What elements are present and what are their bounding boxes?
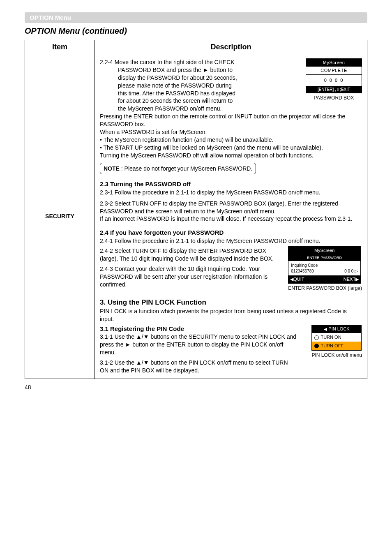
- p-312: 3.1-2 Use the ▲/▼ buttons on the PIN LOC…: [100, 359, 297, 374]
- page-number: 48: [25, 384, 367, 391]
- p-243: 2.4-3 Contact your dealer with the 10 di…: [100, 265, 281, 289]
- pin-title: PIN LOCK: [328, 326, 349, 331]
- th-item: Item: [25, 40, 95, 54]
- h-3: 3. Using the PIN LOCK Function: [100, 298, 362, 307]
- osd-title: MyScreen: [306, 59, 362, 67]
- password-box-figure: MyScreen COMPLETE 0 0 0 0 [ENTER] , 󰂨 ;E…: [306, 58, 362, 101]
- epw-next: NEXT▶: [344, 276, 359, 282]
- pin-on: TURN ON: [321, 335, 341, 340]
- p-241: 2.4-1 Follow the procedure in 2.1-1 to d…: [100, 237, 362, 245]
- osd-foot: [ENTER] , 󰂨 ;EXIT: [306, 86, 362, 93]
- osd-caption: PASSWORD BOX: [306, 95, 362, 101]
- section-title: OPTION Menu (continued): [25, 26, 367, 36]
- p-224-p4: Turning the MyScreen PASSWORD off will a…: [100, 152, 362, 159]
- p-232a: 2.3-2 Select TURN OFF to display the ENT…: [100, 200, 362, 215]
- epw-title: MyScreen: [288, 247, 360, 254]
- epw-inq: Inquiring Code: [291, 263, 358, 268]
- epw-right: 0 0 0 ▷: [344, 268, 358, 274]
- epw-code: 0123456789: [291, 268, 314, 274]
- p-224-p2: Pressing the ENTER button on the remote …: [100, 113, 362, 128]
- h-23: 2.3 Turning the PASSWORD off: [100, 180, 362, 188]
- p-242: 2.4-2 Select TURN OFF to display the ENT…: [100, 247, 281, 263]
- th-description: Description: [95, 40, 367, 54]
- pin-caption: PIN LOCK on/off menu: [311, 352, 362, 358]
- p-232b: If an incorrect PASSWORD is input the me…: [100, 215, 362, 223]
- row-description: MyScreen COMPLETE 0 0 0 0 [ENTER] , 󰂨 ;E…: [95, 54, 367, 379]
- enter-password-figure: MyScreen ENTER PASSWORD Inquiring Code 0…: [288, 246, 362, 291]
- osd-complete: COMPLETE: [306, 67, 362, 75]
- osd-digits: 0 0 0 0: [306, 75, 362, 86]
- p-311: 3.1-1 Use the ▲/▼ buttons on the SECURIT…: [100, 333, 297, 356]
- p-231: 2.3-1 Follow the procedure in 2.1-1 to d…: [100, 189, 362, 196]
- p-224-l7: the MyScreen PASSWORD on/off menu.: [100, 105, 362, 113]
- option-table: Item Description SECURITY MyScreen COMPL…: [25, 40, 367, 379]
- h-24: 2.4 If you have forgotten your PASSWORD: [100, 229, 362, 237]
- p-3: PIN LOCK is a function which prevents th…: [100, 307, 362, 323]
- pin-off: TURN OFF: [321, 343, 344, 348]
- row-item-security: SECURITY: [25, 54, 95, 379]
- epw-caption: ENTER PASSWORD BOX (large): [288, 285, 362, 291]
- note-text: NOTE : Please do not forget your MyScree…: [104, 165, 252, 172]
- p-224-b2: • The START UP setting will be locked on…: [100, 144, 362, 152]
- p-224-b1: • The MyScreen registration function (an…: [100, 136, 362, 144]
- note-box: NOTE : Please do not forget your MyScree…: [100, 163, 256, 175]
- epw-quit: ◀QUIT: [290, 276, 304, 282]
- header-label: OPTION Menu: [30, 14, 71, 21]
- p-224-p3: When a PASSWORD is set for MyScreen:: [100, 128, 362, 136]
- header-band: OPTION Menu: [25, 12, 367, 23]
- epw-sub: ENTER PASSWORD: [288, 254, 360, 261]
- pin-lock-figure: ◀ PIN LOCK TURN ON TURN OFF PIN LOCK on/…: [311, 325, 362, 358]
